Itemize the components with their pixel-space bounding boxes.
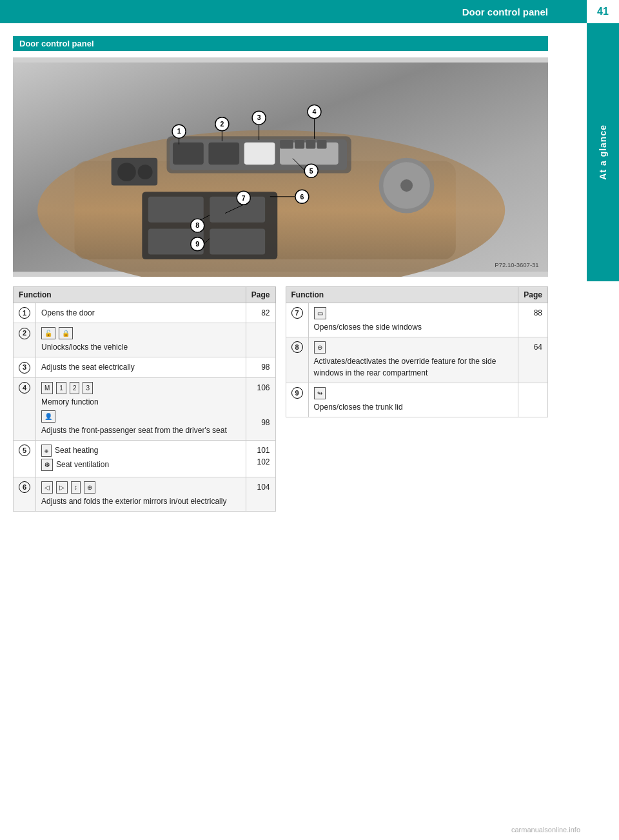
svg-text:2: 2	[220, 121, 224, 128]
left-function-table: Function Page 1 Opens the door 82 2	[13, 286, 276, 512]
table-row: 6 ◁ ▷ ↕ ⊕ Adjusts and folds the exterior…	[14, 477, 276, 511]
passenger-seat-icon: 👤	[41, 410, 55, 423]
row-page: 98	[246, 357, 275, 377]
svg-rect-12	[317, 140, 326, 148]
row-number: 7	[286, 303, 308, 337]
seat-ventilation-icon: ❆	[41, 459, 53, 471]
mirror-right-icon: ▷	[56, 481, 68, 494]
row-function: ↬ Opens/closes the trunk lid	[308, 383, 518, 417]
section-heading: Door control panel	[13, 36, 548, 51]
memory-3-icon: 3	[83, 382, 93, 394]
row-number: 9	[286, 383, 308, 417]
sidebar-tab: At a glance	[587, 23, 619, 281]
mirror-left-icon: ◁	[41, 481, 53, 494]
table-row: 3 Adjusts the seat electrically 98	[14, 357, 276, 377]
row-number: 4	[14, 377, 36, 440]
seat-heating-icon: ⎈	[41, 445, 52, 457]
svg-text:3: 3	[257, 114, 261, 121]
svg-rect-17	[210, 228, 265, 254]
row-page: 88	[518, 303, 548, 337]
left-function-header: Function	[14, 287, 246, 303]
row-number: 2	[14, 323, 36, 357]
svg-point-20	[400, 179, 413, 192]
svg-rect-10	[295, 140, 304, 148]
trunk-icon: ↬	[314, 387, 326, 399]
watermark: carmanualsonline.info	[511, 826, 580, 834]
row-function: ⎈ Seat heating ❆ Seat ventilation	[36, 440, 246, 477]
header-title: Door control panel	[0, 6, 587, 17]
svg-text:9: 9	[195, 241, 199, 248]
row-number: 5	[14, 440, 36, 477]
right-function-table: Function Page 7 ▭ Opens/closes the side …	[286, 286, 549, 417]
row-page: 82	[246, 303, 275, 323]
svg-rect-11	[306, 140, 315, 148]
row-page	[246, 323, 275, 357]
svg-rect-5	[173, 143, 204, 165]
memory-1-icon: 1	[56, 382, 66, 394]
svg-text:7: 7	[242, 195, 246, 202]
row-function: Opens the door	[36, 303, 246, 323]
override-icon: ⊖	[314, 341, 326, 354]
table-row: 1 Opens the door 82	[14, 303, 276, 323]
row-function: 🔓 🔒 Unlocks/locks the vehicle	[36, 323, 246, 357]
svg-text:6: 6	[300, 194, 304, 201]
row-number: 3	[14, 357, 36, 377]
header-bar: Door control panel 41	[0, 0, 619, 23]
left-table: Function Page 1 Opens the door 82 2	[13, 286, 276, 512]
memory-2-icon: 2	[70, 382, 80, 394]
svg-rect-14	[148, 197, 204, 223]
svg-text:8: 8	[195, 222, 199, 229]
row-page: 10698	[246, 377, 275, 440]
svg-text:P72.10-3607-31: P72.10-3607-31	[495, 261, 538, 268]
unlock-icon: 🔓	[41, 327, 55, 339]
row-function: ⊖ Activates/deactivates the override fea…	[308, 337, 518, 383]
mirror-fold-icon: ⊕	[84, 481, 95, 494]
row-page: 101102	[246, 440, 275, 477]
window-icon: ▭	[314, 307, 326, 319]
right-table: Function Page 7 ▭ Opens/closes the side …	[286, 286, 549, 512]
table-row: 9 ↬ Opens/closes the trunk lid	[286, 383, 548, 417]
car-image-svg: 1 2 3 4 5 6 7	[13, 57, 548, 277]
left-page-header: Page	[246, 287, 275, 303]
table-row: 5 ⎈ Seat heating ❆ Seat ventilation 1011…	[14, 440, 276, 477]
right-function-header: Function	[286, 287, 518, 303]
lock-icon: 🔒	[59, 327, 73, 339]
right-page-header: Page	[518, 287, 548, 303]
svg-point-23	[138, 165, 153, 179]
car-image: 1 2 3 4 5 6 7	[13, 57, 548, 277]
row-function: Adjusts the seat electrically	[36, 357, 246, 377]
svg-text:1: 1	[177, 128, 181, 135]
row-function: M 1 2 3 Memory function 👤 Adjusts the fr…	[36, 377, 246, 440]
svg-rect-7	[244, 143, 275, 165]
row-number: 8	[286, 337, 308, 383]
svg-text:5: 5	[310, 168, 313, 175]
tables-container: Function Page 1 Opens the door 82 2	[13, 286, 548, 512]
mirror-up-icon: ↕	[71, 481, 81, 494]
row-page: 104	[246, 477, 275, 511]
svg-rect-6	[208, 143, 239, 165]
svg-text:4: 4	[313, 108, 317, 115]
table-row: 7 ▭ Opens/closes the side windows 88	[286, 303, 548, 337]
table-row: 4 M 1 2 3 Memory function 👤 Adj	[14, 377, 276, 440]
sidebar-label: At a glance	[598, 125, 608, 180]
row-function: ◁ ▷ ↕ ⊕ Adjusts and folds the exterior m…	[36, 477, 246, 511]
footer-area: carmanualsonline.info	[511, 826, 580, 834]
row-function: ▭ Opens/closes the side windows	[308, 303, 518, 337]
memory-m-icon: M	[41, 382, 53, 394]
table-row: 8 ⊖ Activates/deactivates the override f…	[286, 337, 548, 383]
table-row: 2 🔓 🔒 Unlocks/locks the vehicle	[14, 323, 276, 357]
row-number: 1	[14, 303, 36, 323]
row-page	[518, 383, 548, 417]
row-number: 6	[14, 477, 36, 511]
page-number: 41	[587, 0, 619, 23]
svg-rect-9	[280, 140, 293, 148]
row-page: 64	[518, 337, 548, 383]
svg-point-22	[117, 163, 136, 181]
main-content: Door control panel	[0, 23, 587, 525]
